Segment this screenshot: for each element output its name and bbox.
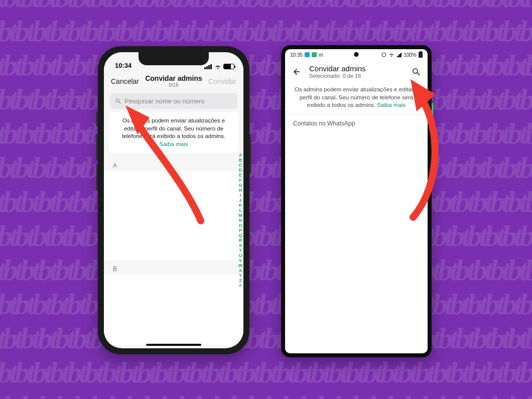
index-letter[interactable]: # [238,283,242,288]
status-app-icon [305,52,310,57]
background-pattern: tbtbtbtbtbtbtbtbtbtbtbtbtbtbtbtbtbtbtbtb… [0,0,532,399]
battery-icon [223,64,234,69]
cellular-signal-icon [204,64,212,69]
index-letter[interactable]: W [238,263,242,268]
cancel-button[interactable]: Cancelar [111,77,143,85]
svg-line-4 [417,73,420,75]
svg-point-3 [413,69,418,73]
index-letter[interactable]: B [238,158,242,163]
svg-point-2 [382,53,386,57]
learn-more-link[interactable]: Saiba mais [160,141,188,147]
learn-more-link[interactable]: Saiba mais [377,102,406,108]
index-letter[interactable]: N [238,218,242,223]
selection-count: Selecionado: 0 de 16 [309,73,404,79]
index-letter[interactable]: E [238,173,242,178]
contacts-section-a[interactable] [104,171,243,260]
selection-count: 0/16 [143,82,204,88]
svg-line-1 [119,102,120,103]
index-letter[interactable]: L [238,208,242,213]
cellular-signal-icon [396,52,402,57]
index-letter[interactable]: T [238,248,242,253]
index-letter[interactable]: A [238,153,242,158]
index-letter[interactable]: H [238,188,242,193]
android-screen: 10:35 m 100% Convidar admins Selecionado… [285,49,428,353]
status-m-indicator: m [319,52,323,58]
section-header-a: A [104,157,243,171]
android-nav-bar: Convidar admins Selecionado: 0 de 16 [285,60,428,82]
index-letter[interactable]: O [238,223,242,228]
index-letter[interactable]: P [238,228,242,233]
index-letter[interactable]: V [238,258,242,263]
index-letter[interactable]: F [238,178,242,183]
svg-point-0 [116,99,119,102]
android-bixby-button [432,103,433,125]
battery-icon [419,52,423,58]
index-letter[interactable]: I [238,193,242,198]
wifi-icon [214,64,221,69]
contacts-section-label: Contatos no WhatsApp [285,115,428,132]
battery-percent: 100% [404,52,417,58]
contacts-section-b[interactable] [104,275,243,345]
info-text: Os admins podem enviar atualizações e ed… [122,117,225,139]
wifi-icon [388,52,394,57]
info-card: Os admins podem enviar atualizações e ed… [109,112,238,153]
index-letter[interactable]: X [238,268,242,273]
index-letter[interactable]: C [238,163,242,168]
back-arrow-icon[interactable] [292,67,301,76]
status-time: 10:34 [115,62,131,69]
iphone-volume-down [96,164,98,190]
index-letter[interactable]: S [238,243,242,248]
iphone-frame: 10:34 Cancelar Convidar admins 0/16 Conv… [98,46,249,354]
search-placeholder: Pesquisar nome ou número [124,97,205,105]
iphone-notch [139,52,209,65]
search-input[interactable]: Pesquisar nome ou número [110,93,237,109]
notification-icon [381,52,386,57]
status-app-icon [312,52,317,57]
iphone-mute-switch [96,111,98,126]
index-letter[interactable]: M [238,213,242,218]
iphone-volume-up [96,134,98,160]
index-letter[interactable]: U [238,253,242,258]
status-time: 10:35 [290,52,303,58]
ios-nav-bar: Cancelar Convidar admins 0/16 Convidar [104,71,243,90]
alphabet-index[interactable]: ABCDEFGHIJKLMNOPQRSTUVWXYZ# [238,153,242,288]
iphone-power-button [249,134,251,173]
index-letter[interactable]: Q [238,233,242,238]
index-letter[interactable]: Y [238,273,242,278]
page-title: Convidar admins [309,64,404,73]
index-letter[interactable]: D [238,168,242,173]
invite-button[interactable]: Convidar [204,77,236,85]
search-icon [115,98,121,104]
section-header-b: B [104,260,243,275]
info-text-block: Os admins podem enviar atualizações e ed… [285,82,428,114]
index-letter[interactable]: G [238,183,242,188]
android-volume-button [432,130,433,166]
index-letter[interactable]: K [238,203,242,208]
android-camera-punch [354,52,359,57]
index-letter[interactable]: J [238,198,242,203]
home-indicator[interactable] [146,344,201,346]
page-title: Convidar admins [143,74,204,82]
search-icon[interactable] [412,67,421,76]
android-frame: 10:35 m 100% Convidar admins Selecionado… [281,45,432,357]
index-letter[interactable]: Z [238,278,242,283]
index-letter[interactable]: R [238,238,242,243]
iphone-screen: 10:34 Cancelar Convidar admins 0/16 Conv… [104,52,243,348]
